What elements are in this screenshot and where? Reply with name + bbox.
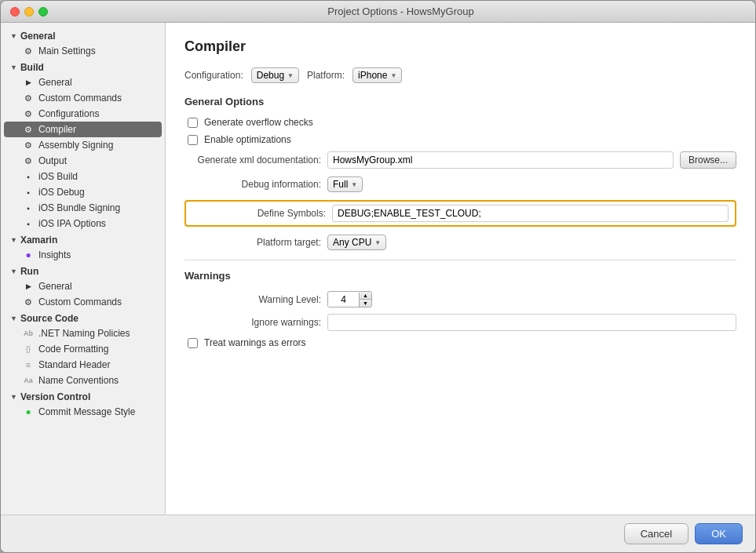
platform-target-row: Platform target: Any CPU ▼ [184, 235, 736, 250]
chevron-down-icon: ▼ [351, 181, 357, 188]
sidebar-item-name-conventions[interactable]: Name Conventions [1, 373, 165, 388]
sidebar-item-commit-message-style[interactable]: Commit Message Style [1, 404, 165, 420]
sidebar-item-standard-header[interactable]: Standard Header [1, 357, 165, 373]
sidebar-item-insights[interactable]: Insights [1, 247, 165, 263]
sidebar-item-net-naming-policies[interactable]: .NET Naming Policies [1, 326, 165, 341]
sidebar-group-version-control-label: Version Control [20, 391, 90, 402]
sidebar-group-xamarin-label: Xamarin [20, 235, 57, 246]
sidebar-item-output[interactable]: Output [1, 153, 165, 169]
maximize-button[interactable] [38, 7, 48, 16]
sidebar-group-build[interactable]: ▼ Build [1, 59, 165, 75]
footer: Cancel OK [1, 515, 755, 552]
window-title: Project Options - HowsMyGroup [56, 5, 746, 17]
sidebar-item-compiler[interactable]: Compiler [4, 122, 162, 137]
ok-button[interactable]: OK [695, 523, 743, 544]
header-icon [23, 359, 34, 370]
overflow-checks-row: Generate overflow checks [184, 117, 736, 128]
warning-level-row: Warning Level: ▲ ▼ [184, 291, 736, 307]
cancel-button[interactable]: Cancel [624, 523, 688, 544]
sidebar-item-run-general[interactable]: General [1, 278, 165, 294]
platform-value: iPhone [358, 70, 387, 81]
platform-target-value: Any CPU [333, 237, 371, 248]
sidebar-item-ios-bundle-signing[interactable]: iOS Bundle Signing [1, 200, 165, 216]
sidebar-item-general[interactable]: General [1, 75, 165, 90]
sidebar-item-label: Commit Message Style [38, 406, 135, 417]
traffic-lights [10, 7, 48, 16]
debug-info-dropdown[interactable]: Full ▼ [327, 176, 363, 192]
warnings-title: Warnings [184, 270, 736, 282]
generate-xml-input[interactable] [327, 151, 674, 169]
sidebar-item-label: iOS Bundle Signing [38, 202, 120, 213]
gear-icon [23, 140, 34, 151]
ignore-warnings-label: Ignore warnings: [188, 317, 321, 328]
close-button[interactable] [10, 7, 20, 16]
chevron-down-icon: ▼ [390, 72, 396, 79]
platform-target-dropdown[interactable]: Any CPU ▼ [327, 235, 386, 250]
naming-icon [23, 375, 34, 386]
sidebar-item-run-custom-commands[interactable]: Custom Commands [1, 294, 165, 310]
block-icon [23, 202, 34, 213]
stepper-down-button[interactable]: ▼ [360, 300, 371, 307]
divider [184, 260, 736, 260]
sidebar-item-main-settings[interactable]: Main Settings [1, 43, 165, 59]
minimize-button[interactable] [24, 7, 34, 16]
chevron-down-icon: ▼ [10, 315, 17, 322]
gear-icon [23, 93, 34, 104]
chevron-down-icon: ▼ [287, 72, 294, 79]
sidebar-item-custom-commands[interactable]: Custom Commands [1, 90, 165, 106]
chevron-down-icon: ▼ [10, 32, 17, 40]
chevron-down-icon: ▼ [10, 64, 17, 71]
arrow-icon [23, 77, 34, 88]
sidebar-group-version-control[interactable]: ▼ Version Control [1, 388, 165, 404]
sidebar-item-ios-debug[interactable]: iOS Debug [1, 184, 165, 200]
sidebar-group-run[interactable]: ▼ Run [1, 263, 165, 278]
treat-warnings-checkbox[interactable] [188, 338, 198, 348]
ignore-warnings-input[interactable] [327, 314, 736, 331]
warning-level-input[interactable] [328, 293, 360, 307]
stepper-up-button[interactable]: ▲ [360, 292, 371, 300]
ab-icon [23, 328, 34, 339]
define-symbols-row: Define Symbols: [184, 200, 736, 227]
sidebar-item-label: General [38, 281, 72, 292]
sidebar: ▼ General Main Settings ▼ Build General … [1, 23, 166, 515]
define-symbols-input[interactable] [332, 205, 729, 222]
debug-info-row: Debug information: Full ▼ [184, 176, 736, 192]
sidebar-item-label: Compiler [38, 124, 76, 135]
sidebar-item-label: Custom Commands [38, 297, 122, 307]
chevron-down-icon: ▼ [10, 236, 17, 244]
sidebar-group-xamarin[interactable]: ▼ Xamarin [1, 231, 165, 247]
sidebar-item-label: Configurations [38, 108, 99, 119]
gear-icon [23, 108, 34, 119]
sidebar-group-general-label: General [20, 31, 56, 42]
sidebar-item-label: Custom Commands [38, 93, 122, 104]
platform-dropdown[interactable]: iPhone ▼ [352, 67, 402, 83]
block-icon [23, 187, 34, 198]
gear-icon [23, 124, 34, 135]
debug-info-label: Debug information: [188, 179, 321, 190]
browse-button[interactable]: Browse... [680, 151, 736, 169]
configuration-dropdown[interactable]: Debug ▼ [251, 67, 299, 83]
sidebar-item-ios-build[interactable]: iOS Build [1, 169, 165, 184]
overflow-checks-label: Generate overflow checks [204, 117, 313, 128]
overflow-checks-checkbox[interactable] [188, 118, 198, 128]
sidebar-item-label: iOS IPA Options [38, 218, 106, 229]
sidebar-group-source-code[interactable]: ▼ Source Code [1, 310, 165, 326]
debug-info-value: Full [333, 179, 348, 190]
code-icon [23, 344, 34, 355]
insights-icon [23, 249, 34, 260]
enable-optimizations-row: Enable optimizations [184, 134, 736, 145]
block-icon [23, 171, 34, 182]
sidebar-item-label: Main Settings [38, 45, 96, 56]
treat-warnings-row: Treat warnings as errors [184, 337, 736, 348]
sidebar-item-code-formatting[interactable]: Code Formatting [1, 341, 165, 357]
sidebar-item-label: iOS Build [38, 171, 78, 182]
generate-xml-label: Generate xml documentation: [188, 155, 321, 166]
configuration-value: Debug [257, 70, 284, 81]
sidebar-item-label: Output [38, 155, 67, 166]
sidebar-item-assembly-signing[interactable]: Assembly Signing [1, 137, 165, 153]
warning-level-stepper[interactable]: ▲ ▼ [327, 291, 372, 307]
sidebar-group-general[interactable]: ▼ General [1, 27, 165, 43]
enable-optimizations-checkbox[interactable] [188, 135, 198, 145]
sidebar-item-configurations[interactable]: Configurations [1, 106, 165, 122]
sidebar-item-ios-ipa-options[interactable]: iOS IPA Options [1, 216, 165, 231]
